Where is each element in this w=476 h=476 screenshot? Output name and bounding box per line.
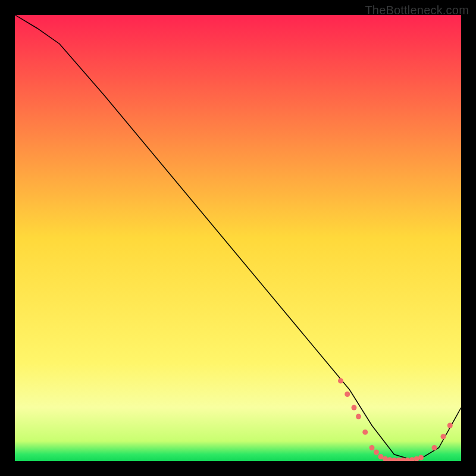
marker-dot bbox=[369, 445, 375, 450]
chart-svg bbox=[15, 15, 461, 461]
marker-dot bbox=[338, 378, 343, 384]
marker-dot bbox=[441, 434, 446, 439]
watermark-text: TheBottleneck.com bbox=[365, 4, 469, 17]
chart-plot bbox=[15, 15, 461, 461]
marker-dot bbox=[374, 450, 379, 455]
marker-dot bbox=[345, 392, 350, 397]
marker-dot bbox=[362, 430, 368, 435]
marker-dot bbox=[418, 455, 424, 461]
marker-dot bbox=[352, 405, 357, 411]
marker-dot bbox=[432, 445, 437, 450]
chart-background bbox=[15, 15, 461, 461]
marker-dot bbox=[356, 414, 361, 419]
chart-frame: TheBottleneck.com bbox=[0, 0, 476, 476]
marker-dot bbox=[447, 423, 453, 428]
